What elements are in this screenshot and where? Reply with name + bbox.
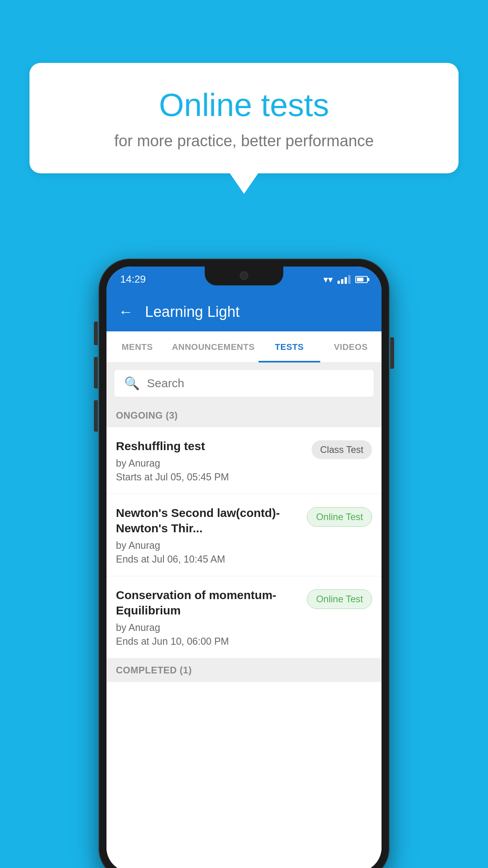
speech-bubble: Online tests for more practice, better p… xyxy=(29,63,459,173)
tab-videos[interactable]: VIDEOS xyxy=(320,331,382,362)
app-bar: ← Learning Light xyxy=(106,292,382,331)
test-badge-2: Online Test xyxy=(307,507,372,527)
tab-ments[interactable]: MENTS xyxy=(106,331,168,362)
test-item-newtons[interactable]: Newton's Second law(contd)-Newton's Thir… xyxy=(106,494,382,576)
search-bar[interactable]: 🔍 xyxy=(114,370,374,397)
phone-notch xyxy=(205,267,283,285)
app-title: Learning Light xyxy=(145,303,240,320)
test-date-2: Ends at Jul 06, 10:45 AM xyxy=(116,554,299,565)
phone-outer: 14:29 ▾▾ ← Learning Light xyxy=(99,259,389,868)
test-item-reshuffling[interactable]: Reshuffling test by Anurag Starts at Jul… xyxy=(106,427,382,494)
test-info-2: Newton's Second law(contd)-Newton's Thir… xyxy=(116,505,307,565)
tests-list: Reshuffling test by Anurag Starts at Jul… xyxy=(106,427,382,868)
completed-section-header: COMPLETED (1) xyxy=(106,658,382,682)
status-icons: ▾▾ xyxy=(323,274,368,285)
ongoing-section-header: ONGOING (3) xyxy=(106,404,382,427)
phone-frame: 14:29 ▾▾ ← Learning Light xyxy=(99,259,389,868)
tab-tests[interactable]: TESTS xyxy=(259,331,320,362)
search-container: 🔍 xyxy=(106,363,382,404)
test-badge-3: Online Test xyxy=(307,589,372,609)
wifi-icon: ▾▾ xyxy=(323,274,333,285)
tab-announcements[interactable]: ANNOUNCEMENTS xyxy=(168,331,259,362)
phone-btn-left2 xyxy=(94,357,98,388)
search-icon: 🔍 xyxy=(124,376,140,391)
test-name-1: Reshuffling test xyxy=(116,438,304,454)
phone-btn-right xyxy=(390,337,394,369)
battery-fill xyxy=(357,278,363,281)
back-button[interactable]: ← xyxy=(118,303,133,320)
signal-bar-3 xyxy=(345,277,347,284)
signal-bar-4 xyxy=(348,275,350,284)
signal-bar-2 xyxy=(341,279,343,284)
signal-bar-1 xyxy=(338,281,340,284)
test-author-3: by Anurag xyxy=(116,622,299,633)
phone-btn-left3 xyxy=(94,400,98,432)
test-info-1: Reshuffling test by Anurag Starts at Jul… xyxy=(116,438,312,483)
bubble-title: Online tests xyxy=(57,86,431,123)
search-input[interactable] xyxy=(147,377,364,390)
battery-icon xyxy=(355,276,368,283)
bubble-subtitle: for more practice, better performance xyxy=(57,132,431,150)
speech-bubble-container: Online tests for more practice, better p… xyxy=(29,63,459,173)
test-author-2: by Anurag xyxy=(116,540,299,551)
test-item-conservation[interactable]: Conservation of momentum-Equilibrium by … xyxy=(106,576,382,658)
test-name-3: Conservation of momentum-Equilibrium xyxy=(116,587,299,618)
signal-bars xyxy=(338,275,350,284)
status-time: 14:29 xyxy=(120,273,146,285)
test-date-1: Starts at Jul 05, 05:45 PM xyxy=(116,471,304,483)
phone-screen: 14:29 ▾▾ ← Learning Light xyxy=(106,267,382,868)
phone-btn-left1 xyxy=(94,322,98,345)
tabs-bar: MENTS ANNOUNCEMENTS TESTS VIDEOS xyxy=(106,331,382,363)
phone-camera xyxy=(240,271,248,280)
test-date-3: Ends at Jun 10, 06:00 PM xyxy=(116,636,299,647)
test-badge-1: Class Test xyxy=(312,440,372,459)
test-info-3: Conservation of momentum-Equilibrium by … xyxy=(116,587,307,647)
test-name-2: Newton's Second law(contd)-Newton's Thir… xyxy=(116,505,299,536)
test-author-1: by Anurag xyxy=(116,458,304,469)
